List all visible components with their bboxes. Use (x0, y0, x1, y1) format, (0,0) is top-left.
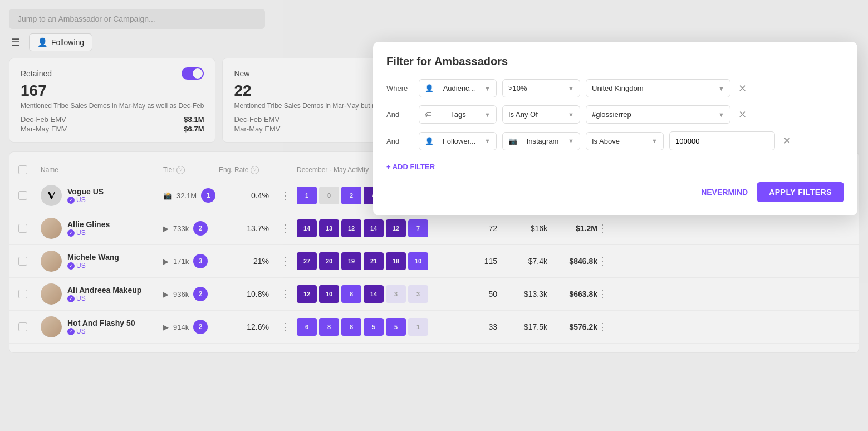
followers-select[interactable]: 👤 Follower... ▼ (419, 132, 497, 150)
filter-modal-title: Filter for Ambassadors (386, 55, 844, 68)
tag-value-select[interactable]: #glossierrep ▼ (586, 105, 730, 124)
followers-value: Follower... (443, 137, 475, 145)
percentage-select[interactable]: >10% ▼ (502, 79, 580, 97)
filter-where-label: Where (386, 84, 413, 92)
chevron-down-icon: ▼ (484, 111, 491, 118)
is-any-of-value: Is Any Of (508, 110, 538, 119)
tag-select-icon: 🏷 (425, 110, 432, 119)
chevron-down-icon: ▼ (651, 138, 658, 144)
chevron-down-icon: ▼ (568, 138, 574, 144)
chevron-down-icon: ▼ (484, 138, 491, 144)
is-any-of-select[interactable]: Is Any Of ▼ (502, 105, 580, 124)
followers-count-input[interactable] (675, 137, 769, 145)
filter-modal: Filter for Ambassadors Where 👤 Audienc..… (373, 42, 857, 215)
add-filter-button[interactable]: + ADD FILTER (386, 163, 435, 171)
nevermind-button[interactable]: NEVERMIND (701, 188, 748, 197)
platform-select[interactable]: 📷 Instagram ▼ (502, 132, 580, 150)
person-icon-2: 👤 (425, 137, 434, 145)
tags-select[interactable]: 🏷 Tags ▼ (419, 105, 497, 124)
instagram-icon: 📷 (508, 137, 517, 145)
is-above-select[interactable]: Is Above ▼ (586, 132, 664, 150)
remove-filter-2-button[interactable]: ✕ (736, 106, 749, 123)
tags-value: Tags (450, 110, 465, 119)
audience-select[interactable]: 👤 Audienc... ▼ (419, 79, 497, 97)
filter-row-1: Where 👤 Audienc... ▼ >10% ▼ United Kingd… (386, 79, 844, 97)
country-select[interactable]: United Kingdom ▼ (586, 79, 730, 97)
filter-row-2: And 🏷 Tags ▼ Is Any Of ▼ #glossierrep ▼ … (386, 105, 844, 124)
percentage-value: >10% (508, 84, 527, 92)
apply-filters-button[interactable]: APPLY FILTERS (757, 182, 844, 202)
chevron-down-icon: ▼ (718, 85, 724, 92)
chevron-down-icon: ▼ (484, 85, 491, 92)
chevron-down-icon: ▼ (568, 111, 574, 118)
remove-filter-3-button[interactable]: ✕ (781, 133, 793, 149)
remove-filter-1-button[interactable]: ✕ (736, 80, 749, 97)
platform-value: Instagram (527, 137, 559, 145)
person-select-icon: 👤 (425, 84, 434, 92)
audience-value: Audienc... (443, 84, 475, 92)
filter-and-label-2: And (386, 137, 413, 145)
tag-value: #glossierrep (592, 110, 631, 119)
chevron-down-icon: ▼ (718, 111, 724, 118)
country-value: United Kingdom (592, 84, 644, 92)
chevron-down-icon: ▼ (568, 85, 574, 92)
filter-and-label-1: And (386, 110, 413, 119)
is-above-value: Is Above (592, 137, 620, 145)
filter-row-3: And 👤 Follower... ▼ 📷 Instagram ▼ Is Abo… (386, 131, 844, 150)
